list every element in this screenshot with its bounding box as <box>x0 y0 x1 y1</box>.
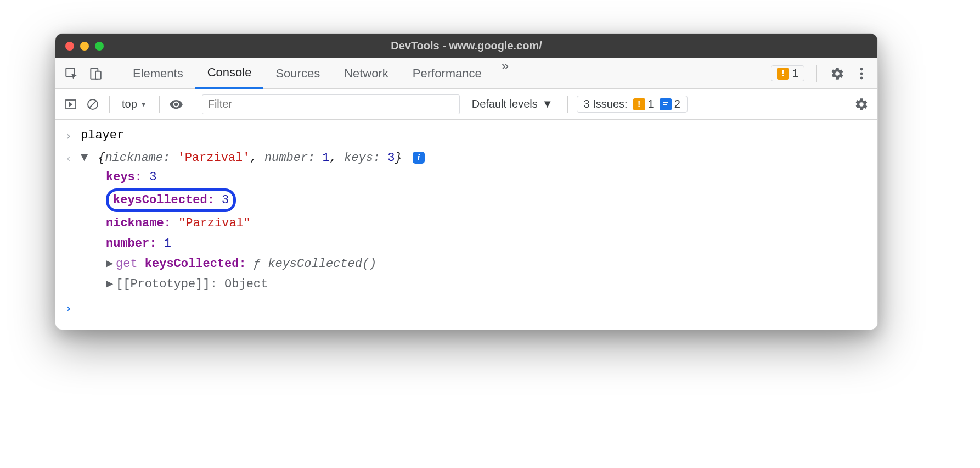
tabs-overflow[interactable]: » <box>494 58 516 89</box>
info-icon <box>660 98 672 110</box>
issues-warn-count: 1 <box>648 98 654 110</box>
devtools-window: DevTools - www.google.com/ Elements Cons… <box>55 33 878 330</box>
disclosure-toggle[interactable]: ▶ <box>106 255 116 273</box>
tab-network[interactable]: Network <box>332 58 401 89</box>
warning-icon: ! <box>777 68 789 80</box>
console-input-row: player <box>55 124 877 147</box>
prop-number[interactable]: number: 1 <box>106 233 868 254</box>
summary-val-number: 1 <box>323 151 330 165</box>
console-body: player ▼ {nickname: 'Parzival', number: … <box>55 120 877 330</box>
levels-label: Default levels <box>472 98 538 110</box>
context-selector[interactable]: top ▼ <box>119 98 150 110</box>
issues-info-count: 2 <box>674 98 680 110</box>
tabstrip-issues-count: 1 <box>792 67 798 80</box>
divider <box>193 96 193 113</box>
console-input-text: player <box>81 126 868 144</box>
svg-point-4 <box>860 72 863 75</box>
prop-nickname[interactable]: nickname: "Parzival" <box>106 213 868 233</box>
chevron-down-icon: ▼ <box>140 101 147 108</box>
summary-val-keys: 3 <box>387 151 395 165</box>
issues-box[interactable]: 3 Issues: ! 1 2 <box>577 96 688 113</box>
object-properties: keys: 3 keysCollected: 3 nickname: "Parz… <box>81 167 868 294</box>
tab-sources[interactable]: Sources <box>263 58 332 89</box>
divider <box>109 96 110 113</box>
tab-strip: Elements Console Sources Network Perform… <box>55 58 877 89</box>
svg-line-8 <box>89 101 96 108</box>
inspect-icon[interactable] <box>63 65 80 82</box>
more-menu-icon[interactable] <box>853 65 870 82</box>
close-window-button[interactable] <box>65 42 74 51</box>
prompt-chevron-icon <box>65 299 81 316</box>
prop-keyscollected[interactable]: keysCollected: 3 <box>106 187 868 213</box>
console-settings-gear-icon[interactable] <box>853 96 870 113</box>
window-title: DevTools - www.google.com/ <box>55 40 877 52</box>
console-output-row: ▼ {nickname: 'Parzival', number: 1, keys… <box>55 147 877 297</box>
context-value: top <box>122 98 137 110</box>
titlebar: DevTools - www.google.com/ <box>55 34 877 58</box>
tabstrip-issues-badge[interactable]: ! 1 <box>771 65 804 81</box>
live-expression-icon[interactable] <box>168 97 184 112</box>
highlight-annotation: keysCollected: 3 <box>106 188 236 212</box>
input-chevron-icon <box>65 126 81 144</box>
maximize-window-button[interactable] <box>95 42 104 51</box>
issues-label: 3 Issues: <box>584 98 628 110</box>
object-info-badge-icon[interactable]: i <box>413 152 425 164</box>
traffic-lights <box>65 42 104 51</box>
object-disclosure-toggle[interactable]: ▼ <box>81 149 91 167</box>
summary-key-nickname: nickname: <box>105 151 170 165</box>
device-toggle-icon[interactable] <box>87 65 104 82</box>
filter-input[interactable] <box>202 94 460 114</box>
console-prompt-row[interactable] <box>55 297 877 319</box>
svg-point-3 <box>860 68 863 70</box>
disclosure-toggle[interactable]: ▶ <box>106 275 116 293</box>
console-toolbar: top ▼ Default levels ▼ 3 Issues: ! 1 2 <box>55 89 877 120</box>
object-summary[interactable]: {nickname: 'Parzival', number: 1, keys: … <box>98 151 409 165</box>
svg-point-5 <box>860 76 863 79</box>
summary-val-nickname: 'Parzival' <box>177 151 250 165</box>
minimize-window-button[interactable] <box>80 42 89 51</box>
divider <box>816 65 817 82</box>
tab-console[interactable]: Console <box>195 58 264 89</box>
divider <box>567 96 568 113</box>
warning-icon: ! <box>633 98 645 110</box>
svg-rect-10 <box>663 104 667 105</box>
summary-key-number: number: <box>264 151 315 165</box>
chevron-down-icon: ▼ <box>542 98 553 110</box>
prop-keys[interactable]: keys: 3 <box>106 167 868 187</box>
clear-console-icon[interactable] <box>85 97 100 112</box>
tab-elements[interactable]: Elements <box>121 58 195 89</box>
tab-performance[interactable]: Performance <box>401 58 494 89</box>
svg-rect-9 <box>663 102 668 103</box>
toggle-sidebar-icon[interactable] <box>63 97 78 112</box>
divider <box>159 96 160 113</box>
prop-getter-keyscollected[interactable]: ▶get keysCollected: ƒ keysCollected() <box>106 254 868 274</box>
settings-gear-icon[interactable] <box>829 65 846 82</box>
divider <box>116 65 116 82</box>
log-levels-selector[interactable]: Default levels ▼ <box>466 98 559 110</box>
svg-rect-2 <box>95 71 101 79</box>
summary-key-keys: keys: <box>344 151 380 165</box>
output-chevron-icon <box>65 149 81 166</box>
prop-prototype[interactable]: ▶[[Prototype]]: Object <box>106 274 868 294</box>
